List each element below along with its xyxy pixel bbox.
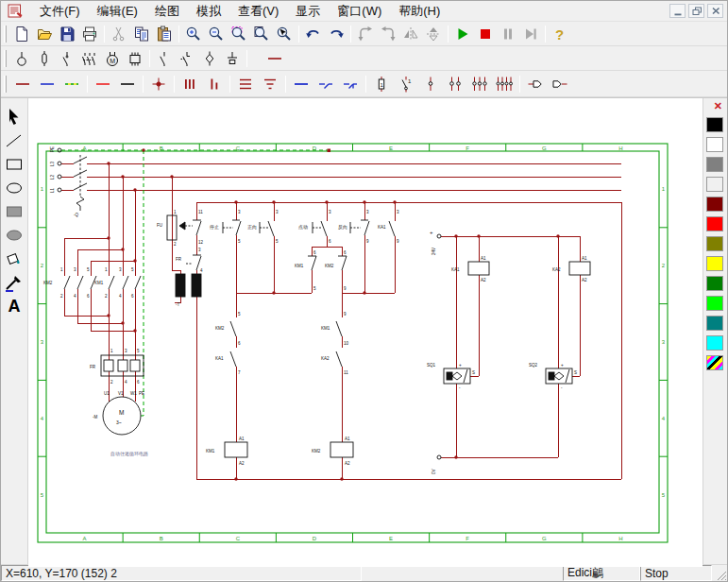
restore-button[interactable]: [688, 4, 704, 18]
resize-grip[interactable]: [712, 565, 727, 581]
toolbar-separator: [298, 26, 299, 43]
zoom-window-button[interactable]: [228, 24, 250, 44]
lines-3h-button[interactable]: [233, 74, 258, 94]
menu-item-0[interactable]: 文件(F): [31, 1, 89, 22]
color-swatch-rainbow[interactable]: [706, 355, 723, 370]
line-darkred-icon: [14, 76, 31, 93]
menu-item-6[interactable]: 窗口(W): [329, 1, 390, 22]
svg-text:KM2: KM2: [215, 326, 225, 331]
close-button[interactable]: [707, 4, 723, 18]
pin-3-button[interactable]: [467, 74, 492, 94]
motor-button[interactable]: M: [101, 48, 124, 69]
color-swatch-#808080[interactable]: [706, 157, 723, 172]
line-dashed-button[interactable]: [59, 74, 84, 94]
color-swatch-#00ff00[interactable]: [706, 296, 723, 311]
open-button[interactable]: [33, 24, 56, 44]
status-spacer: [362, 565, 563, 581]
print-button[interactable]: [78, 24, 101, 44]
new-button[interactable]: [10, 24, 33, 44]
tool-ellipse-filled-button[interactable]: [3, 224, 25, 247]
color-swatch-#008000[interactable]: [706, 276, 723, 291]
contact-blue-nc-button[interactable]: [338, 74, 363, 94]
switch-1-button[interactable]: 1: [394, 74, 418, 94]
tool-eyedropper-button[interactable]: [3, 271, 25, 294]
run-button[interactable]: [451, 24, 474, 44]
line-red-button[interactable]: [91, 74, 115, 94]
zoom-out-button[interactable]: [205, 24, 228, 44]
toolbar-grip[interactable]: [4, 50, 7, 67]
color-swatch-#808000[interactable]: [706, 236, 723, 251]
save-button[interactable]: [56, 24, 78, 44]
color-swatch-#000000[interactable]: [706, 117, 723, 132]
help-button[interactable]: ?: [549, 24, 571, 44]
line-darkred-button[interactable]: [10, 74, 35, 94]
line-black-button[interactable]: [115, 74, 140, 94]
copy-button[interactable]: [130, 24, 153, 44]
pin-1-button[interactable]: [418, 74, 443, 94]
stop-button[interactable]: [474, 24, 497, 44]
undo-button[interactable]: [302, 24, 325, 44]
svg-text:U1: U1: [104, 391, 110, 396]
menu-item-4[interactable]: 查看(V): [229, 1, 287, 22]
toolbar-separator: [143, 76, 144, 93]
connector-right-button[interactable]: [548, 74, 572, 94]
junction-button[interactable]: [146, 74, 171, 94]
redo-button[interactable]: [325, 24, 347, 44]
tool-line-button[interactable]: [3, 129, 25, 152]
toolbar-grip[interactable]: [4, 76, 7, 93]
tool-pointer-button[interactable]: [3, 106, 25, 128]
color-swatch-#ffffff[interactable]: [706, 137, 723, 152]
toolbar-grip[interactable]: [4, 26, 7, 43]
color-swatch-#f0f0f0[interactable]: [706, 177, 723, 192]
fuse-1-button[interactable]: 1: [369, 74, 394, 94]
contact-blue-no-button[interactable]: [313, 74, 338, 94]
minimize-button[interactable]: [669, 4, 686, 18]
svg-text:正向: 正向: [247, 224, 257, 230]
color-swatch-#008080[interactable]: [706, 316, 723, 331]
color-swatch-#ff0000[interactable]: [706, 216, 723, 231]
plate-button[interactable]: [221, 48, 244, 69]
svg-text:D: D: [313, 536, 317, 541]
zoom-page-button[interactable]: [250, 24, 273, 44]
ground-h-button[interactable]: [258, 74, 282, 94]
svg-text:反向: 反向: [338, 224, 347, 230]
palette-close-icon[interactable]: ✕: [710, 100, 725, 113]
tool-text-button[interactable]: A: [3, 295, 25, 317]
diamond-icon: [201, 50, 218, 67]
bars-3v-button[interactable]: [178, 74, 202, 94]
pin-2-button[interactable]: [443, 74, 467, 94]
zoom-all-button[interactable]: [273, 24, 296, 44]
zoom-in-button[interactable]: [182, 24, 205, 44]
wire-red-button[interactable]: [263, 48, 286, 69]
tool-rect-filled-button[interactable]: [3, 200, 25, 223]
contact-3-button[interactable]: [78, 48, 101, 69]
menu-item-5[interactable]: 显示: [287, 1, 329, 22]
menu-item-1[interactable]: 编辑(E): [89, 1, 146, 22]
menu-item-2[interactable]: 绘图: [146, 1, 188, 22]
line-blue-button[interactable]: [35, 74, 59, 94]
color-swatch-#800000[interactable]: [706, 197, 723, 212]
svg-text:+: +: [459, 363, 462, 368]
contact-button[interactable]: [56, 48, 78, 69]
pin-4-button[interactable]: [492, 74, 516, 94]
diamond-button[interactable]: [198, 48, 221, 69]
bars-2v-button[interactable]: [202, 74, 227, 94]
connector-left-button[interactable]: [523, 74, 548, 94]
tool-rect-button[interactable]: [3, 153, 25, 176]
color-swatch-#00ffff[interactable]: [706, 335, 723, 351]
ic-button[interactable]: [124, 48, 146, 69]
tool-ellipse-button[interactable]: [3, 177, 25, 199]
coil-button[interactable]: [33, 48, 56, 69]
menu-item-3[interactable]: 模拟: [188, 1, 229, 22]
switch-e-button[interactable]: [176, 48, 198, 69]
switch-button[interactable]: [153, 48, 176, 69]
menu-item-7[interactable]: 帮助(H): [390, 1, 449, 22]
lamp-button[interactable]: [10, 48, 33, 69]
circuit-canvas[interactable]: AABBCCDDEEFFGGHH1122334455: [28, 98, 703, 567]
document-icon[interactable]: [7, 3, 24, 20]
wire-blue-button[interactable]: [289, 74, 313, 94]
drawing-canvas[interactable]: AABBCCDDEEFFGGHH1122334455: [28, 98, 703, 564]
paste-button[interactable]: [153, 24, 176, 44]
color-swatch-#ffff00[interactable]: [706, 256, 723, 271]
tool-fill-button[interactable]: [3, 248, 25, 270]
